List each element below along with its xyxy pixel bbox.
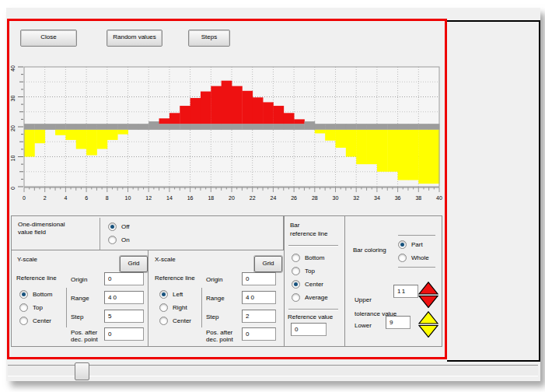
bar-band-segment: [273, 124, 284, 130]
radio-top[interactable]: Top: [19, 301, 65, 314]
radio-icon: [159, 303, 168, 312]
bar-band-segment: [346, 124, 357, 130]
bar-band-segment: [294, 124, 305, 130]
bar-above-segment: [180, 106, 190, 124]
radio-icon: [292, 254, 300, 262]
bar-band-segment: [128, 124, 139, 130]
x-axis-label: 22: [250, 195, 256, 201]
radio-average[interactable]: Average: [292, 291, 328, 304]
x-axis-label: 36: [395, 195, 401, 201]
bar-band-segment: [387, 124, 398, 130]
bar-reference-radio-group: BottomTopCenterAverage: [292, 251, 328, 304]
radio-center[interactable]: Center: [19, 314, 65, 327]
steps-button[interactable]: Steps: [188, 30, 230, 47]
y-origin-input[interactable]: [104, 272, 144, 285]
bar-above-segment: [169, 113, 180, 124]
radio-icon: [292, 293, 300, 302]
radio-label: Right: [173, 304, 187, 311]
bar-below-segment: [387, 130, 398, 172]
radio-label: Part: [411, 241, 423, 248]
down-arrow-icon[interactable]: [419, 296, 438, 308]
lower-tolerance-input[interactable]: [386, 316, 410, 329]
radio-label: Average: [305, 294, 328, 301]
upper-tolerance-spinner[interactable]: [418, 282, 438, 308]
x-axis-label: 30: [333, 195, 339, 201]
lower-tolerance-spinner[interactable]: [418, 311, 438, 338]
y-step-input[interactable]: [104, 310, 144, 323]
y-range-input[interactable]: [104, 291, 144, 304]
bar-band-segment: [169, 124, 180, 130]
x-axis-label: 8: [106, 195, 109, 201]
x-axis-label: 12: [145, 195, 152, 201]
bar-band-segment: [336, 124, 347, 130]
x-axis-label: 34: [374, 195, 380, 201]
radio-left[interactable]: Left: [159, 288, 200, 301]
down-arrow-icon[interactable]: [419, 326, 438, 338]
reference-value-input[interactable]: [291, 323, 327, 336]
x-origin-input[interactable]: [242, 272, 276, 285]
horizontal-scrollbar-thumb[interactable]: [75, 362, 89, 380]
radio-icon: [398, 240, 407, 249]
up-arrow-icon[interactable]: [419, 312, 438, 324]
radio-off[interactable]: Off: [108, 220, 192, 233]
bar-below-segment: [86, 130, 97, 156]
x-range-input[interactable]: [242, 291, 276, 304]
y-decimals-input[interactable]: [104, 327, 144, 341]
x-axis-label: 0: [23, 195, 26, 201]
upper-tolerance-input[interactable]: [393, 285, 418, 298]
x-decimals-input[interactable]: [242, 327, 276, 341]
bar-reference-title-2: reference line: [290, 230, 327, 238]
bar-below-segment: [315, 130, 326, 134]
bar-band-segment: [159, 124, 170, 130]
bar-band-segment: [86, 124, 97, 130]
bar-coloring-box: Bar coloring PartWhole Upper tolerance v…: [344, 215, 442, 347]
bar-band-segment: [55, 124, 66, 130]
x-axis-label: 20: [229, 195, 235, 201]
random-values-button[interactable]: Random values: [107, 30, 162, 47]
bar-band-segment: [34, 124, 45, 130]
close-button[interactable]: Close: [20, 30, 77, 47]
bar-band-segment: [408, 124, 419, 130]
bar-below-segment: [429, 130, 440, 184]
radio-on[interactable]: On: [108, 233, 192, 247]
up-arrow-icon[interactable]: [419, 282, 438, 294]
one-dimensional-box: One-dimensional value field OffOn: [11, 215, 284, 251]
bar-band-segment: [211, 124, 222, 130]
bar-below-segment: [367, 130, 378, 164]
bar-above-segment: [222, 81, 232, 124]
bar-below-segment: [65, 130, 76, 140]
radio-icon: [19, 303, 28, 312]
bar-below-segment: [325, 130, 336, 141]
radio-label: Center: [305, 281, 323, 288]
radio-top[interactable]: Top: [292, 264, 328, 278]
one-dimensional-radio-group: OffOn: [100, 218, 192, 250]
bar-band-segment: [190, 124, 201, 130]
x-scale-title: X-scale: [155, 256, 176, 264]
bar-above-segment: [232, 86, 243, 124]
radio-center[interactable]: Center: [159, 314, 200, 327]
radio-whole[interactable]: Whole: [398, 251, 435, 264]
radio-center[interactable]: Center: [292, 278, 328, 291]
bar-band-segment: [24, 124, 35, 130]
bar-below-segment: [356, 130, 367, 164]
radio-bottom[interactable]: Bottom: [292, 251, 328, 264]
bar-above-segment: [284, 113, 295, 124]
bar-band-segment: [429, 124, 440, 130]
bar-below-segment: [336, 130, 347, 148]
x-scale-grid-button[interactable]: Grid: [254, 256, 282, 272]
radio-bottom[interactable]: Bottom: [19, 288, 65, 301]
y-axis-label: 40: [10, 65, 16, 72]
y-scale-grid-button[interactable]: Grid: [120, 256, 148, 272]
bar-band-segment: [367, 124, 378, 130]
radio-icon: [398, 254, 407, 262]
bar-band-segment: [242, 124, 253, 130]
app-window: Close Random values Steps 01020304002468…: [6, 8, 540, 381]
bar-band-segment: [263, 124, 274, 130]
bar-band-segment: [325, 124, 336, 130]
radio-part[interactable]: Part: [398, 238, 435, 251]
y-scale-title: Y-scale: [17, 256, 37, 264]
x-step-input[interactable]: [242, 310, 276, 323]
reference-value-label: Reference value: [288, 313, 333, 321]
x-axis-label: 6: [85, 195, 88, 201]
radio-right[interactable]: Right: [159, 301, 200, 314]
